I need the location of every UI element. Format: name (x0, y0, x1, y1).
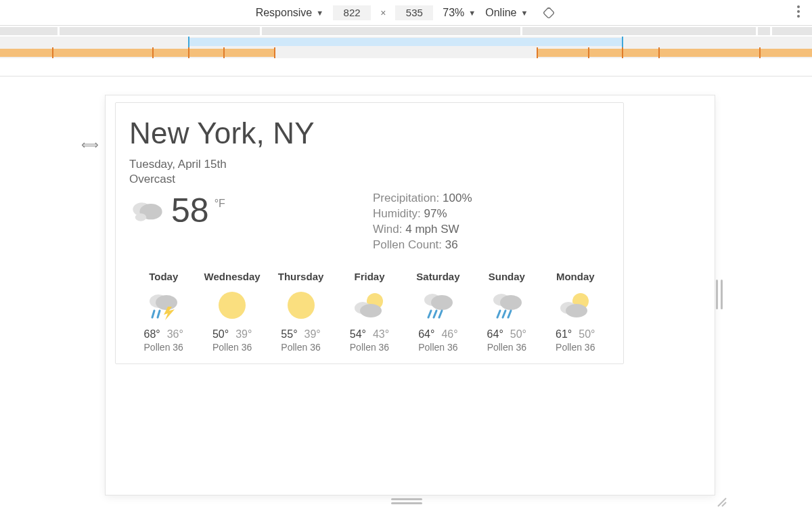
svg-line-27 (722, 502, 726, 506)
day-name: Today (129, 271, 198, 282)
day-hi: 55° (281, 328, 297, 340)
resize-corner-icon (716, 496, 727, 507)
day-pollen: Pollen 36 (267, 342, 335, 353)
day-icon (129, 286, 198, 324)
day-pollen: Pollen 36 (541, 342, 610, 353)
day-pollen: Pollen 36 (129, 342, 198, 353)
day-lo: 50° (579, 328, 595, 340)
dimension-separator: × (380, 7, 386, 18)
resize-handle-right[interactable] (716, 280, 725, 309)
day-icon (472, 286, 541, 324)
day-icon (198, 286, 266, 324)
device-toolbar: Responsive ▼ × 73% ▼ Online ▼ (0, 0, 812, 26)
day-pollen: Pollen 36 (198, 342, 266, 353)
forecast-day: Today 68°36°Pollen 36 (129, 271, 198, 353)
day-name: Friday (335, 271, 403, 282)
day-name: Monday (541, 271, 610, 282)
device-viewport: New York, NY Tuesday, April 15th Overcas… (106, 95, 715, 495)
day-icon (267, 286, 335, 324)
device-canvas: ⟺ New York, NY Tuesday, April 15th Overc… (0, 76, 812, 530)
wind-label: Wind: (373, 223, 402, 236)
svg-point-4 (135, 213, 147, 221)
forecast-day: Sunday 64°50°Pollen 36 (472, 271, 541, 353)
condition-text: Overcast (129, 172, 610, 187)
dropdown-triangle-icon: ▼ (520, 9, 528, 17)
ruler-blue-strip[interactable] (0, 37, 812, 47)
svg-point-25 (566, 304, 587, 317)
svg-rect-0 (543, 7, 554, 18)
rotate-icon (542, 6, 556, 20)
resize-handle-bottom[interactable] (391, 498, 422, 505)
current-temp: 58 (171, 191, 209, 230)
ruler-orange-strip[interactable] (0, 47, 812, 58)
network-dropdown[interactable]: Online ▼ (485, 7, 528, 19)
day-pollen: Pollen 36 (335, 342, 403, 353)
day-name: Thursday (267, 271, 335, 282)
svg-line-7 (152, 311, 154, 317)
svg-point-12 (360, 304, 382, 317)
day-lo: 39° (235, 328, 252, 340)
svg-point-14 (431, 295, 453, 310)
resize-handle-left[interactable]: ⟺ (81, 137, 97, 152)
day-hi: 61° (556, 328, 572, 340)
day-pollen: Pollen 36 (472, 342, 541, 353)
weather-card: New York, NY Tuesday, April 15th Overcas… (115, 102, 624, 364)
overcast-icon (129, 197, 166, 224)
zoom-dropdown[interactable]: 73% ▼ (443, 7, 476, 19)
day-hi: 54° (350, 328, 366, 340)
device-mode-label: Responsive (256, 7, 313, 19)
day-lo: 50° (510, 328, 526, 340)
svg-line-20 (497, 311, 500, 317)
ruler-gray-strip[interactable] (0, 26, 812, 37)
day-hi: 68° (144, 328, 160, 340)
more-options-button[interactable] (797, 5, 800, 18)
day-icon (404, 286, 472, 324)
day-icon (335, 286, 403, 324)
day-lo: 46° (441, 328, 457, 340)
day-hi: 64° (487, 328, 503, 340)
day-hi: 64° (418, 328, 434, 340)
svg-line-16 (434, 311, 436, 317)
day-name: Sunday (472, 271, 541, 282)
humidity-label: Humidity: (373, 207, 421, 220)
network-label: Online (485, 7, 516, 19)
day-name: Saturday (404, 271, 472, 282)
svg-point-6 (156, 295, 177, 310)
day-lo: 43° (373, 328, 389, 340)
kebab-dot-icon (797, 5, 800, 8)
forecast-day: Thursday55°39°Pollen 36 (267, 271, 335, 353)
precip-value: 100% (443, 192, 472, 204)
day-lo: 39° (304, 328, 321, 340)
day-hi: 50° (212, 328, 229, 340)
forecast-day: Monday 61°50°Pollen 36 (541, 271, 610, 353)
day-pollen: Pollen 36 (404, 342, 472, 353)
dropdown-triangle-icon: ▼ (468, 9, 476, 17)
svg-point-19 (500, 295, 522, 310)
svg-line-26 (718, 498, 726, 506)
svg-line-17 (439, 311, 442, 317)
city-title: New York, NY (129, 116, 610, 150)
height-input[interactable] (395, 5, 433, 20)
dropdown-triangle-icon: ▼ (316, 9, 323, 17)
kebab-dot-icon (797, 15, 800, 18)
day-icon (541, 286, 610, 324)
svg-line-22 (508, 311, 511, 317)
forecast-day: Friday 54°43°Pollen 36 (335, 271, 403, 353)
breakpoint-ruler (0, 26, 812, 76)
zoom-label: 73% (443, 7, 464, 19)
precip-label: Precipitation: (373, 192, 439, 204)
forecast-row: Today 68°36°Pollen 36Wednesday50°39°Poll… (129, 271, 610, 353)
svg-line-15 (428, 311, 431, 317)
day-name: Wednesday (198, 271, 266, 282)
resize-handle-corner[interactable] (716, 496, 727, 507)
forecast-day: Saturday 64°46°Pollen 36 (404, 271, 472, 353)
humidity-value: 97% (424, 207, 447, 220)
pollen-value: 36 (445, 238, 458, 251)
width-input[interactable] (333, 5, 371, 20)
device-mode-dropdown[interactable]: Responsive ▼ (256, 7, 324, 19)
wind-value: 4 mph SW (405, 223, 459, 236)
pollen-label: Pollen Count: (373, 238, 442, 251)
svg-line-21 (503, 311, 505, 317)
temp-unit: °F (215, 198, 225, 210)
rotate-button[interactable] (541, 5, 556, 20)
